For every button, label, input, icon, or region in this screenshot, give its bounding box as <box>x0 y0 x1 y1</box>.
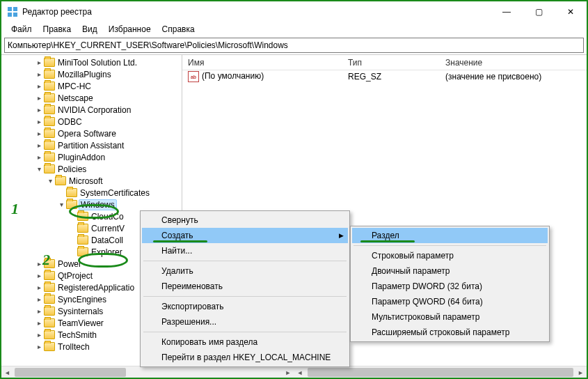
folder-icon <box>44 105 55 114</box>
tree-item[interactable]: ▸ODBC <box>1 116 182 127</box>
scroll-thumb[interactable] <box>15 368 126 377</box>
tree-item[interactable]: ▸MiniTool Solution Ltd. <box>1 56 182 68</box>
col-name[interactable]: Имя <box>182 58 342 68</box>
tree-item[interactable]: ▸NVIDIA Corporation <box>1 104 182 116</box>
string-value-icon: ab <box>188 71 199 82</box>
titlebar[interactable]: Редактор реестра — ▢ ✕ <box>1 1 587 22</box>
folder-icon <box>44 283 55 292</box>
menu-item[interactable]: Строковый параметр <box>352 248 548 263</box>
expand-icon[interactable]: ▸ <box>35 141 43 149</box>
registry-editor-window: Редактор реестра — ▢ ✕ Файл Правка Вид И… <box>0 0 588 379</box>
minimize-button[interactable]: — <box>491 1 523 22</box>
menu-separator <box>143 296 347 297</box>
address-bar[interactable]: Компьютер\HKEY_CURRENT_USER\Software\Pol… <box>4 38 584 53</box>
menu-item[interactable]: Параметр QWORD (64 бита) <box>352 294 548 309</box>
menu-item[interactable]: Экспортировать <box>142 299 348 314</box>
folder-icon <box>44 93 55 102</box>
context-submenu: РазделСтроковый параметрДвоичный парамет… <box>350 226 550 342</box>
expand-icon[interactable]: ▸ <box>35 82 43 90</box>
address-text: Компьютер\HKEY_CURRENT_USER\Software\Pol… <box>8 40 288 50</box>
folder-icon <box>44 318 55 327</box>
window-title: Редактор реестра <box>22 7 491 17</box>
maximize-button[interactable]: ▢ <box>523 1 555 22</box>
expand-icon[interactable]: ▸ <box>35 295 43 303</box>
menu-file[interactable]: Файл <box>7 24 36 35</box>
close-button[interactable]: ✕ <box>555 1 587 22</box>
expand-icon[interactable]: ▾ <box>46 177 54 185</box>
tree-item[interactable]: ▸Opera Software <box>1 127 182 139</box>
tree-item[interactable]: ▾Windows <box>1 199 182 210</box>
tree-item-label: MozillaPlugins <box>58 70 111 79</box>
tree-item-label: ODBC <box>58 117 82 127</box>
menu-item[interactable]: Мультистроковый параметр <box>352 309 548 325</box>
menu-help[interactable]: Справка <box>158 24 199 35</box>
tree-item[interactable]: ▸PluginAddon <box>1 151 182 163</box>
scroll-track-right[interactable] <box>306 366 575 378</box>
value-type: REG_SZ <box>342 72 440 82</box>
col-type[interactable]: Тип <box>342 58 440 68</box>
menu-item[interactable]: Найти... <box>142 243 348 258</box>
folder-icon <box>44 117 55 126</box>
menu-item[interactable]: Раздел <box>352 228 548 243</box>
tree-item[interactable]: ▸Partition Assistant <box>1 139 182 151</box>
menu-edit[interactable]: Правка <box>39 24 76 35</box>
menu-item[interactable]: Расширяемый строковый параметр <box>352 325 548 340</box>
menu-item[interactable]: Переименовать <box>142 279 348 294</box>
expand-icon[interactable]: ▸ <box>35 284 43 291</box>
tree-item-label: TeamViewer <box>58 318 104 328</box>
col-value[interactable]: Значение <box>440 58 587 68</box>
folder-icon <box>44 307 55 316</box>
expand-icon[interactable]: ▸ <box>35 59 43 66</box>
scroll-thumb-2[interactable] <box>308 368 574 377</box>
scroll-track-left[interactable] <box>13 366 283 378</box>
expand-icon[interactable]: ▸ <box>35 319 43 327</box>
menu-item[interactable]: Удалить <box>142 263 348 279</box>
folder-icon <box>44 70 55 79</box>
expand-icon[interactable]: ▸ <box>35 343 43 350</box>
menu-item[interactable]: Свернуть <box>142 212 348 228</box>
menu-separator <box>143 261 347 261</box>
folder-icon <box>77 224 88 233</box>
menu-item[interactable]: Создать▶ <box>142 228 348 243</box>
expand-icon[interactable]: ▾ <box>57 201 65 208</box>
scroll-left-button[interactable]: ◄ <box>1 366 13 378</box>
menu-item[interactable]: Разрешения... <box>142 314 348 330</box>
menu-item[interactable]: Двоичный параметр <box>352 263 548 279</box>
menu-item[interactable]: Параметр DWORD (32 бита) <box>352 279 548 294</box>
menu-item[interactable]: Копировать имя раздела <box>142 334 348 350</box>
menu-item[interactable]: Перейти в раздел HKEY_LOCAL_MACHINE <box>142 350 348 365</box>
list-row[interactable]: ab(По умолчанию) REG_SZ (значение не при… <box>182 70 587 83</box>
folder-icon <box>77 235 88 245</box>
folder-icon <box>44 129 55 138</box>
expand-icon[interactable]: ▾ <box>35 165 43 173</box>
expand-icon[interactable]: ▸ <box>35 118 43 125</box>
scroll-left-button-2[interactable]: ◄ <box>294 366 306 378</box>
expand-icon[interactable]: ▸ <box>35 94 43 102</box>
tree-item[interactable]: ▸MozillaPlugins <box>1 68 182 80</box>
tree-item-label: Sysinternals <box>58 307 103 316</box>
tree-item[interactable]: ▸Netscape <box>1 92 182 104</box>
expand-icon[interactable]: ▸ <box>35 260 43 268</box>
tree-item[interactable]: ▸MPC-HC <box>1 80 182 92</box>
tree-item-label: CurrentV <box>91 224 125 233</box>
menu-view[interactable]: Вид <box>78 24 102 35</box>
expand-icon[interactable]: ▸ <box>35 307 43 315</box>
folder-icon <box>77 247 88 256</box>
scroll-right-button[interactable]: ► <box>283 366 294 378</box>
expand-icon[interactable]: ▸ <box>35 272 43 279</box>
tree-item[interactable]: SystemCertificates <box>1 187 182 199</box>
expand-icon[interactable]: ▸ <box>35 153 43 161</box>
expand-icon[interactable]: ▸ <box>35 70 43 78</box>
folder-icon <box>66 200 77 209</box>
tree-item-label: SyncEngines <box>58 295 106 304</box>
folder-icon <box>44 259 55 268</box>
expand-icon[interactable]: ▸ <box>35 106 43 114</box>
tree-item[interactable]: ▾Microsoft <box>1 175 182 187</box>
tree-item[interactable]: ▾Policies <box>1 163 182 175</box>
horizontal-scrollbar[interactable]: ◄ ► ◄ ► <box>1 366 587 378</box>
expand-icon[interactable]: ▸ <box>35 130 43 137</box>
context-menu: СвернутьСоздать▶Найти...УдалитьПереимено… <box>140 210 350 367</box>
expand-icon[interactable]: ▸ <box>35 331 43 339</box>
scroll-right-button-2[interactable]: ► <box>575 366 587 378</box>
menu-favorites[interactable]: Избранное <box>104 24 155 35</box>
